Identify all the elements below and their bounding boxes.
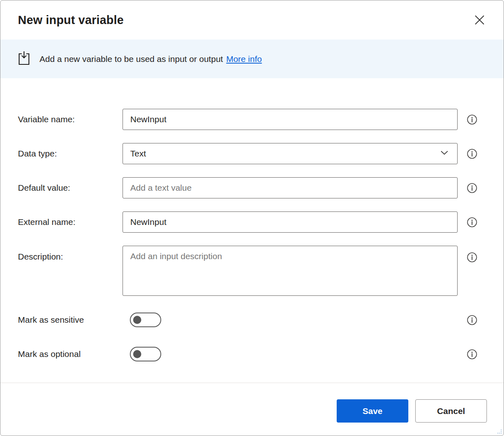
toggle-knob	[133, 350, 141, 358]
dialog-footer: Save Cancel	[0, 383, 504, 436]
variable-name-info-icon[interactable]	[467, 115, 477, 125]
mark-sensitive-label: Mark as sensitive	[18, 315, 123, 325]
dialog-form: Variable name: Data type: Text	[0, 78, 504, 383]
external-name-info-icon[interactable]	[467, 217, 477, 227]
default-value-row: Default value:	[0, 177, 504, 198]
external-name-input[interactable]	[123, 211, 458, 233]
default-value-info-icon[interactable]	[467, 183, 477, 193]
external-name-label: External name:	[18, 217, 123, 227]
close-icon	[474, 20, 485, 26]
toggle-knob	[133, 316, 141, 324]
data-type-select[interactable]: Text	[123, 143, 458, 164]
external-name-row: External name:	[0, 211, 504, 233]
variable-name-row: Variable name:	[0, 109, 504, 130]
close-button[interactable]	[471, 11, 488, 29]
data-type-label: Data type:	[18, 149, 123, 159]
mark-optional-row: Mark as optional	[0, 347, 504, 361]
variable-name-input[interactable]	[123, 109, 458, 130]
mark-optional-toggle[interactable]	[130, 347, 161, 361]
mark-optional-info-icon[interactable]	[467, 349, 477, 359]
mark-sensitive-row: Mark as sensitive	[0, 313, 504, 327]
description-info-icon[interactable]	[467, 252, 477, 262]
resize-grip[interactable]	[496, 428, 502, 434]
description-label: Description:	[18, 246, 123, 262]
info-banner: Add a new variable to be used as input o…	[0, 40, 504, 78]
input-variable-icon	[18, 51, 30, 67]
chevron-down-icon	[439, 147, 450, 160]
more-info-link[interactable]: More info	[226, 54, 262, 64]
banner-text: Add a new variable to be used as input o…	[39, 54, 262, 64]
mark-sensitive-toggle[interactable]	[130, 313, 161, 327]
default-value-label: Default value:	[18, 183, 123, 193]
dialog-title: New input variable	[18, 13, 124, 27]
data-type-info-icon[interactable]	[467, 149, 477, 159]
description-textarea[interactable]	[123, 246, 458, 296]
description-row: Description:	[0, 246, 504, 297]
data-type-value: Text	[130, 149, 146, 159]
dialog-header: New input variable	[0, 0, 504, 40]
save-button[interactable]: Save	[337, 399, 408, 423]
new-input-variable-dialog: New input variable Add a new variable to…	[0, 0, 504, 436]
mark-sensitive-info-icon[interactable]	[467, 315, 477, 325]
data-type-row: Data type: Text	[0, 143, 504, 164]
default-value-input[interactable]	[123, 177, 458, 198]
mark-optional-label: Mark as optional	[18, 349, 123, 359]
banner-message: Add a new variable to be used as input o…	[39, 54, 223, 64]
variable-name-label: Variable name:	[18, 115, 123, 124]
cancel-button[interactable]: Cancel	[415, 399, 487, 423]
